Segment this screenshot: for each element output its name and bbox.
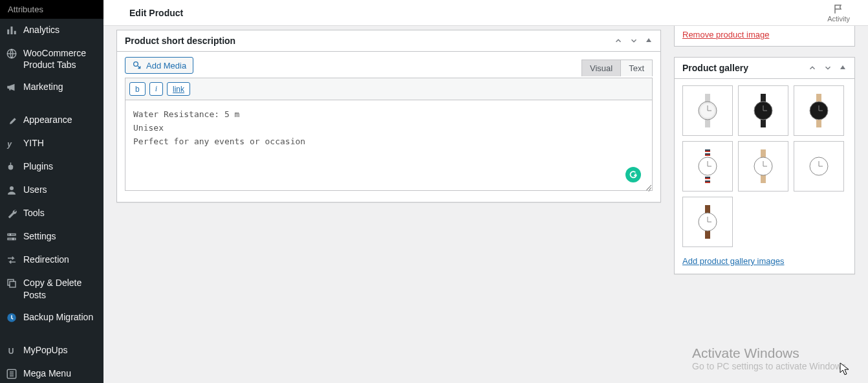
users-icon (5, 184, 18, 197)
product-gallery-heading: Product gallery (682, 63, 808, 73)
sidebar-item-label: YITH (23, 137, 98, 149)
short-description-heading: Product short description (125, 36, 614, 46)
tab-text[interactable]: Text (620, 60, 653, 76)
svg-rect-10 (10, 281, 16, 287)
admin-sidebar: Attributes AnalyticsWooCommerce Product … (0, 0, 103, 383)
watch-icon (744, 91, 783, 130)
svg-rect-2 (14, 31, 16, 34)
panel-down-icon[interactable] (823, 63, 832, 72)
link-button[interactable]: link (167, 82, 190, 96)
sidebar-item-label: Appearance (23, 114, 98, 126)
resize-handle[interactable] (644, 184, 651, 192)
watch-icon (799, 91, 838, 130)
short-description-box: Product short description Add Media Visu… (116, 30, 661, 202)
sidebar-item-yith[interactable]: yYITH (0, 132, 103, 155)
svg-rect-8 (8, 239, 13, 240)
sidebar-item-label: Backup Migration (23, 311, 98, 323)
panel-up-icon[interactable] (614, 36, 623, 45)
short-description-header: Product short description (117, 30, 660, 52)
gallery-item[interactable] (682, 85, 733, 136)
italic-button[interactable]: i (149, 82, 163, 96)
svg-rect-1 (11, 27, 13, 34)
brush-icon (5, 114, 18, 127)
svg-marker-17 (840, 65, 845, 69)
redirect-icon (5, 254, 18, 267)
svg-rect-9 (13, 239, 16, 240)
sidebar-item-label: Tools (23, 207, 98, 219)
product-image-box-bottom: Remove product image (674, 26, 855, 47)
sidebar-item-label: WooCommerce Product Tabs (23, 47, 98, 71)
sidebar-item-label: Marketing (23, 81, 98, 93)
sidebar-item-marketing[interactable]: Marketing (0, 76, 103, 99)
sidebar-item-users[interactable]: Users (0, 179, 103, 202)
gallery-item[interactable] (738, 141, 788, 192)
sidebar-item-label: Users (23, 184, 98, 195)
product-gallery-box: Product gallery Add product gallery imag… (674, 57, 855, 274)
sidebar-item-tools[interactable]: Tools (0, 202, 103, 225)
page-title: Edit Product (129, 8, 183, 18)
watch-icon (799, 147, 838, 186)
gallery-item[interactable] (738, 85, 788, 136)
add-gallery-images-link[interactable]: Add product gallery images (682, 256, 785, 266)
sidebar-item-mega-menu[interactable]: Mega Menu (0, 362, 103, 383)
sidebar-item-mypopups[interactable]: UMyPopUps (0, 339, 103, 362)
sidebar-item-analytics[interactable]: Analytics (0, 19, 103, 42)
tools-icon (5, 207, 18, 220)
sidebar-item-plugins[interactable]: Plugins (0, 155, 103, 179)
sidebar-item-woocommerce-product-tabs[interactable]: WooCommerce Product Tabs (0, 42, 103, 76)
svg-marker-15 (646, 38, 651, 42)
grammarly-icon[interactable] (625, 167, 641, 182)
popup-icon: U (5, 344, 18, 357)
text-editor-toolbar: b i link (125, 78, 653, 100)
watch-icon (744, 147, 783, 186)
plugin-icon (5, 160, 18, 173)
sidebar-item-label: Redirection (23, 254, 98, 265)
settings-icon (5, 230, 18, 243)
gallery-item[interactable] (794, 141, 844, 192)
megaphone-icon (5, 81, 18, 94)
watch-icon (688, 202, 727, 241)
panel-down-icon[interactable] (629, 36, 638, 45)
sidebar-item-appearance[interactable]: Appearance (0, 109, 103, 132)
svg-rect-0 (7, 30, 9, 35)
sidebar-current-submenu[interactable]: Attributes (0, 0, 103, 19)
sidebar-item-label: Plugins (23, 160, 98, 172)
svg-point-5 (10, 186, 14, 190)
sidebar-item-label: Analytics (23, 24, 98, 36)
svg-text:U: U (8, 346, 14, 355)
panel-up-icon[interactable] (808, 63, 817, 72)
remove-product-image-link[interactable]: Remove product image (682, 30, 769, 39)
yith-icon: y (5, 137, 18, 150)
svg-text:y: y (6, 140, 12, 149)
bold-button[interactable]: b (129, 82, 146, 96)
tab-visual[interactable]: Visual (581, 60, 621, 76)
sidebar-item-redirection[interactable]: Redirection (0, 248, 103, 272)
globe-icon (5, 47, 18, 60)
watch-icon (688, 91, 727, 130)
flag-icon (833, 3, 845, 15)
sidebar-item-label: Mega Menu (23, 367, 98, 379)
editor-topbar: Edit Product Activity (103, 0, 868, 26)
gallery-item[interactable] (682, 141, 733, 192)
watch-icon (688, 147, 727, 186)
sidebar-item-settings[interactable]: Settings (0, 225, 103, 248)
gallery-item[interactable] (794, 85, 844, 136)
panel-toggle-icon[interactable] (645, 36, 653, 45)
cursor-icon (840, 362, 850, 375)
panel-toggle-icon[interactable] (839, 63, 847, 72)
sidebar-item-backup-migration[interactable]: Backup Migration (0, 306, 103, 329)
short-description-textarea[interactable] (125, 100, 653, 191)
add-media-button[interactable]: Add Media (125, 57, 193, 74)
copy-icon (5, 277, 18, 290)
gallery-item[interactable] (682, 197, 733, 247)
analytics-icon (5, 24, 18, 37)
svg-rect-7 (10, 234, 16, 235)
activate-windows-watermark: Activate Windows Go to PC settings to ac… (692, 345, 849, 371)
sidebar-item-copy-delete-posts[interactable]: Copy & Delete Posts (0, 272, 103, 305)
svg-point-16 (134, 62, 138, 67)
activity-button[interactable]: Activity (822, 3, 855, 23)
sidebar-item-label: MyPopUps (23, 344, 98, 356)
sidebar-item-label: Settings (23, 230, 98, 242)
sidebar-item-label: Copy & Delete Posts (23, 277, 98, 300)
media-icon (132, 60, 142, 71)
